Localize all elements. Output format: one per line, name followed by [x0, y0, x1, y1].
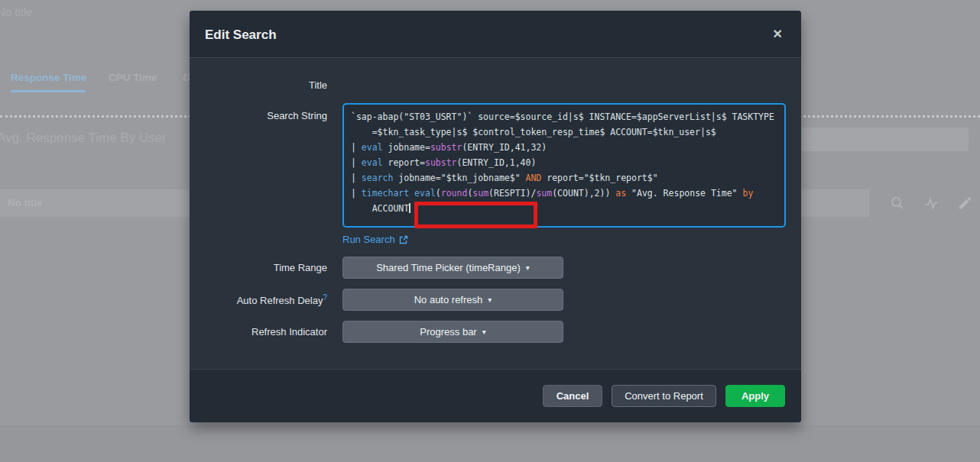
tab-cpu-time: CPU Time [109, 72, 157, 83]
auto-refresh-label: Auto Refresh Delay? [190, 293, 327, 306]
refresh-indicator-value: Progress bar [420, 326, 476, 338]
search-string-label: Search String [190, 110, 327, 121]
refresh-indicator-label: Refresh Indicator [190, 326, 327, 338]
time-range-value: Shared Time Picker (timeRange) [376, 262, 521, 273]
screen: No title Response Time CPU Time G Avg. R… [0, 0, 980, 462]
edit-search-modal: Edit Search ✕ Title Search String `sap-a… [190, 11, 801, 422]
run-search-link[interactable]: Run Search [342, 234, 408, 245]
external-link-icon [399, 235, 408, 244]
modal-footer: Cancel Convert to Report Apply [190, 369, 801, 422]
cancel-button[interactable]: Cancel [543, 385, 602, 407]
activity-icon [923, 195, 939, 212]
chevron-down-icon: ▾ [488, 296, 492, 304]
modal-title: Edit Search [205, 27, 277, 43]
page-bottom-region [0, 426, 980, 462]
dashboard-title: No title [0, 5, 33, 18]
panel-title: Avg. Response Time By User [0, 131, 167, 146]
refresh-indicator-dropdown[interactable]: Progress bar ▾ [342, 321, 563, 343]
apply-button[interactable]: Apply [725, 385, 785, 407]
search-icon [889, 195, 906, 212]
modal-header: Edit Search ✕ [190, 11, 801, 58]
help-icon[interactable]: ? [323, 293, 327, 302]
active-tab-underline [11, 90, 86, 92]
run-search-label: Run Search [342, 234, 395, 245]
edit-pencil-icon [956, 195, 973, 212]
title-label: Title [190, 79, 327, 91]
search-string-editor[interactable]: `sap-abap("ST03_USRT")` source=$source_i… [342, 103, 786, 228]
chevron-down-icon: ▾ [482, 328, 486, 336]
tab-response-time: Response Time [11, 72, 87, 83]
title-input[interactable] [342, 75, 786, 95]
background-input [795, 128, 969, 151]
auto-refresh-dropdown[interactable]: No auto refresh ▾ [342, 289, 563, 311]
close-icon[interactable]: ✕ [773, 27, 783, 42]
convert-to-report-button[interactable]: Convert to Report [612, 385, 716, 407]
time-range-label: Time Range [190, 262, 327, 273]
auto-refresh-value: No auto refresh [414, 294, 483, 305]
time-range-dropdown[interactable]: Shared Time Picker (timeRange) ▾ [342, 257, 563, 279]
panel-row-title: No title [8, 197, 43, 208]
chevron-down-icon: ▾ [526, 263, 530, 272]
